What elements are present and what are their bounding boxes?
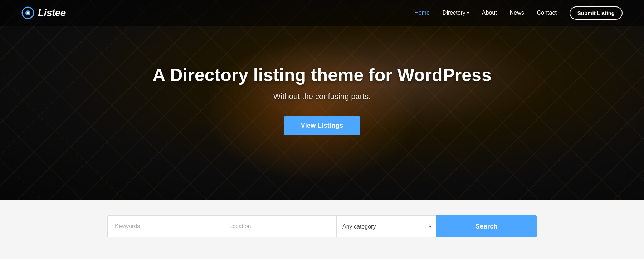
nav-item-about[interactable]: About: [482, 10, 497, 16]
svg-point-2: [27, 12, 29, 14]
search-bar: Any category Restaurants Hotels Shopping…: [107, 215, 537, 237]
location-input-wrap: [222, 215, 336, 237]
nav-link-contact[interactable]: Contact: [537, 10, 557, 16]
hero-subtitle: Without the confusing parts.: [152, 92, 491, 101]
keywords-input-wrap: [107, 215, 222, 237]
location-input[interactable]: [222, 215, 336, 237]
submit-listing-button[interactable]: Submit Listing: [570, 6, 623, 20]
view-listings-button[interactable]: View Listings: [284, 116, 361, 135]
hero-title: A Directory listing theme for WordPress: [152, 65, 491, 86]
nav-link-home[interactable]: Home: [414, 10, 430, 16]
nav-item-directory[interactable]: Directory ▾: [443, 10, 469, 16]
hero-content: A Directory listing theme for WordPress …: [152, 65, 491, 136]
nav-item-contact[interactable]: Contact: [537, 10, 557, 16]
search-section: Any category Restaurants Hotels Shopping…: [0, 200, 644, 259]
navbar: Listee Home Directory ▾ About News Conta…: [0, 0, 644, 26]
nav-item-submit[interactable]: Submit Listing: [570, 6, 623, 20]
nav-link-news[interactable]: News: [510, 10, 524, 16]
directory-dropdown-icon: ▾: [467, 10, 469, 15]
search-button[interactable]: Search: [436, 215, 537, 237]
nav-link-about[interactable]: About: [482, 10, 497, 16]
hero-section: A Directory listing theme for WordPress …: [0, 0, 644, 200]
nav-link-directory[interactable]: Directory: [443, 10, 465, 16]
logo-text: Listee: [38, 7, 66, 19]
nav-item-news[interactable]: News: [510, 10, 524, 16]
logo-link[interactable]: Listee: [21, 6, 66, 19]
category-select-wrap: Any category Restaurants Hotels Shopping…: [336, 215, 436, 237]
nav-item-home[interactable]: Home: [414, 10, 430, 16]
keywords-input[interactable]: [107, 215, 222, 237]
category-select[interactable]: Any category Restaurants Hotels Shopping…: [336, 215, 436, 237]
logo-icon: [21, 6, 34, 19]
nav-links: Home Directory ▾ About News Contact Subm…: [414, 6, 623, 20]
